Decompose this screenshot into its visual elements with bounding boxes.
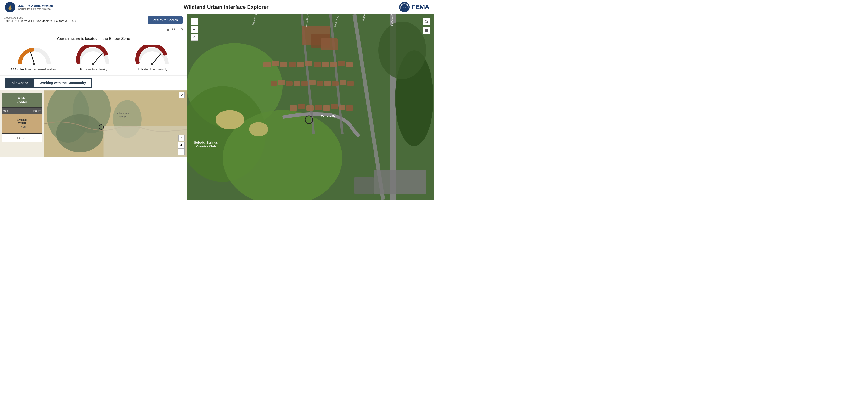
right-map-controls: + − ⌂ xyxy=(191,18,198,41)
toolbar-row: 🗑 ↺ ↑ ∨ xyxy=(0,26,187,33)
right-map-layers-button[interactable] xyxy=(423,27,430,34)
take-action-button[interactable]: Take Action xyxy=(5,78,34,88)
return-to-search-button[interactable]: Return to Search xyxy=(148,16,183,24)
mini-map[interactable]: Soboba Hot Springs ⤢ ⌂ + − xyxy=(44,90,187,157)
right-map-zoom-in-button[interactable]: + xyxy=(191,18,198,25)
header-right: DHS FEMA xyxy=(399,2,429,12)
fema-logo-icon: DHS xyxy=(399,2,410,12)
gauge-proximity-value: High xyxy=(137,68,143,71)
refresh-icon[interactable]: ↺ xyxy=(172,27,175,32)
svg-rect-50 xyxy=(340,80,346,85)
svg-rect-30 xyxy=(264,62,271,67)
mini-map-zoom-in-button[interactable]: + xyxy=(178,142,185,148)
gauge-section: Your structure is located in the Ember Z… xyxy=(0,33,187,76)
gauge-proximity: High structure proximity. xyxy=(128,45,176,71)
right-map-zoom-out-button[interactable]: − xyxy=(191,26,198,33)
gauge-density: High structure density. xyxy=(69,45,117,71)
legend-outside: OUTSIDE xyxy=(2,134,42,142)
svg-rect-59 xyxy=(346,105,353,110)
gauge-distance-svg xyxy=(15,45,53,66)
search-icon xyxy=(425,20,429,24)
map-legend-row: WILD-LANDS WUI 100 FT EMBERZONE 1.5 MI O… xyxy=(0,90,187,157)
svg-rect-14 xyxy=(104,126,187,157)
svg-rect-37 xyxy=(322,62,329,67)
legend-wildlands: WILD-LANDS xyxy=(2,93,42,107)
svg-rect-57 xyxy=(331,104,338,109)
layers-icon xyxy=(425,29,429,32)
svg-line-3 xyxy=(31,53,34,64)
action-buttons-row: Take Action Working with the Community xyxy=(0,76,187,90)
gauge-distance: 0.14 miles from the nearest wildland. xyxy=(10,45,58,71)
svg-rect-39 xyxy=(338,61,345,66)
svg-text:DHS: DHS xyxy=(403,7,406,8)
svg-rect-31 xyxy=(272,61,279,66)
gauge-section-title: Your structure is located in the Ember Z… xyxy=(5,37,182,41)
header-left: U.S. Fire Administration Working for a f… xyxy=(5,2,53,12)
svg-rect-54 xyxy=(307,105,314,110)
mini-map-zoom-out-button[interactable]: − xyxy=(178,148,185,155)
svg-rect-42 xyxy=(278,80,285,85)
right-map-panel[interactable]: Soboba Springs Country Club Carrera Dr T… xyxy=(187,14,434,200)
legend-wui-distance: 100 FT xyxy=(32,110,41,112)
svg-line-5 xyxy=(93,54,102,64)
svg-point-8 xyxy=(151,63,154,65)
header: U.S. Fire Administration Working for a f… xyxy=(0,0,434,14)
mini-map-terrain: Soboba Hot Springs xyxy=(44,90,187,157)
gauge-density-svg xyxy=(74,45,112,66)
right-map-search-button[interactable] xyxy=(423,18,430,25)
svg-rect-53 xyxy=(298,104,305,109)
svg-rect-55 xyxy=(315,105,322,110)
main-content: Closest Address 1701-1829 Carrera Dr, Sa… xyxy=(0,14,434,200)
left-panel: Closest Address 1701-1829 Carrera Dr, Sa… xyxy=(0,14,187,200)
svg-text:Soboba Hot: Soboba Hot xyxy=(116,112,129,115)
delete-icon[interactable]: 🗑 xyxy=(166,27,170,32)
legend-wui-label: WUI xyxy=(3,110,8,112)
svg-rect-51 xyxy=(347,81,354,86)
svg-rect-38 xyxy=(330,62,337,67)
scroll-area[interactable]: Your structure is located in the Ember Z… xyxy=(0,33,187,192)
org-tagline: Working for a fire-safe America xyxy=(18,8,53,10)
page-title: Wildland Urban Interface Explorer xyxy=(53,4,399,10)
svg-point-6 xyxy=(92,63,94,65)
right-map-home-button[interactable]: ⌂ xyxy=(191,34,198,41)
gauges-row: 0.14 miles from the nearest wildland. xyxy=(5,45,182,71)
gauge-proximity-label: High structure proximity. xyxy=(137,68,168,71)
org-name: U.S. Fire Administration xyxy=(18,4,53,8)
working-with-community-button[interactable]: Working with the Community xyxy=(34,78,92,88)
usfa-logo xyxy=(5,2,15,12)
svg-point-73 xyxy=(425,20,427,23)
svg-rect-49 xyxy=(332,81,339,86)
svg-line-74 xyxy=(427,22,428,24)
svg-rect-33 xyxy=(288,62,296,67)
legend-ember-distance: 1.5 MI xyxy=(19,126,26,129)
svg-text:Carrera Dr: Carrera Dr xyxy=(321,115,335,118)
svg-rect-34 xyxy=(297,62,304,67)
svg-rect-52 xyxy=(290,105,297,110)
svg-point-62 xyxy=(378,22,426,79)
svg-rect-46 xyxy=(309,80,316,85)
gauge-distance-value: 0.14 miles xyxy=(10,68,24,71)
gauge-distance-label: 0.14 miles from the nearest wildland. xyxy=(10,68,58,71)
svg-rect-29 xyxy=(321,38,338,50)
svg-rect-48 xyxy=(324,81,331,86)
svg-rect-47 xyxy=(316,81,323,86)
gauge-density-value: High xyxy=(79,68,85,71)
svg-rect-58 xyxy=(339,105,345,110)
mini-map-expand-button[interactable]: ⤢ xyxy=(179,92,185,98)
share-icon[interactable]: ↑ xyxy=(177,27,179,32)
svg-text:Soboba Rd: Soboba Rd xyxy=(390,14,394,26)
gauge-density-label: High structure density. xyxy=(79,68,108,71)
svg-text:Springs: Springs xyxy=(119,115,127,118)
chevron-down-icon[interactable]: ∨ xyxy=(181,27,184,32)
satellite-map-container: Soboba Springs Country Club Carrera Dr T… xyxy=(187,14,434,200)
svg-rect-45 xyxy=(301,81,308,86)
svg-rect-44 xyxy=(293,81,300,86)
svg-rect-64 xyxy=(354,177,374,194)
svg-rect-56 xyxy=(323,105,330,110)
svg-text:Soboba Springs: Soboba Springs xyxy=(194,141,218,144)
svg-point-21 xyxy=(216,110,244,129)
mini-map-home-button[interactable]: ⌂ xyxy=(178,135,185,141)
svg-point-22 xyxy=(249,122,268,136)
address-block: Closest Address 1701-1829 Carrera Dr, Sa… xyxy=(4,16,78,23)
svg-rect-76 xyxy=(425,30,428,31)
